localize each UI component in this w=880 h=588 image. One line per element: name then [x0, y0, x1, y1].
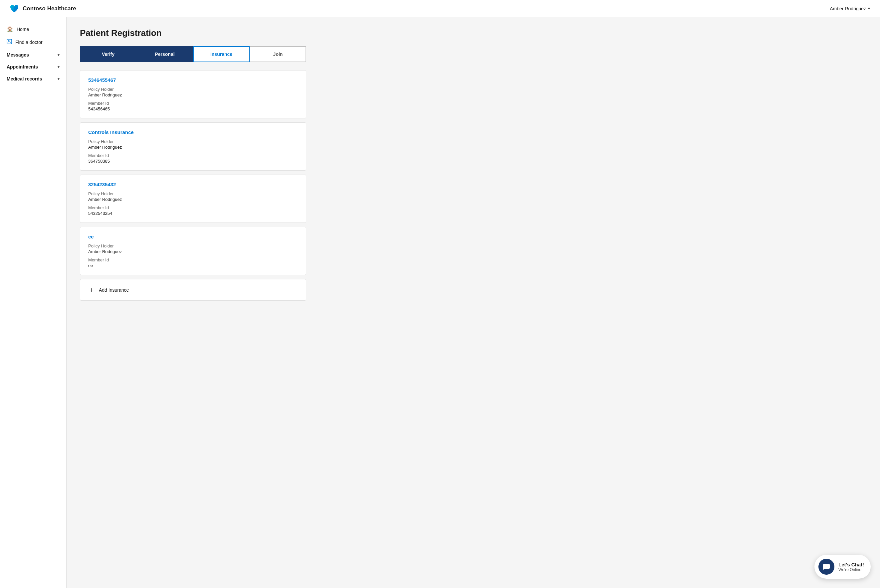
- insurance-card-4-title[interactable]: ee: [88, 234, 298, 240]
- sidebar-item-home[interactable]: 🏠 Home: [0, 22, 66, 36]
- chat-subtitle: We're Online: [838, 567, 864, 572]
- insurance-card-1: 5346455467 Policy Holder Amber Rodriguez…: [80, 70, 306, 118]
- sidebar-item-appointments-label: Appointments: [7, 64, 38, 69]
- sidebar-item-find-doctor-label: Find a doctor: [15, 40, 43, 45]
- main-layout: 🏠 Home Find a doctor Messages ▾ Appointm…: [0, 17, 880, 588]
- insurance-card-4-policy-holder-value: Amber Rodriguez: [88, 249, 298, 254]
- insurance-card-1-member-id-value: 543456465: [88, 106, 298, 111]
- insurance-card-3-member-id-value: 5432543254: [88, 211, 298, 216]
- logo-icon: [9, 4, 19, 14]
- insurance-card-2-member-id-value: 364758385: [88, 159, 298, 164]
- chat-bubble[interactable]: Let's Chat! We're Online: [814, 555, 871, 579]
- insurance-card-3-title[interactable]: 3254235432: [88, 182, 298, 187]
- messages-chevron-icon: ▾: [57, 53, 60, 57]
- insurance-card-1-policy-holder-value: Amber Rodriguez: [88, 93, 298, 98]
- user-menu[interactable]: Amber Rodriguez ▼: [830, 6, 871, 11]
- svg-point-1: [9, 40, 10, 42]
- tab-verify[interactable]: Verify: [80, 46, 137, 62]
- insurance-card-2-member-id-label: Member Id: [88, 153, 298, 158]
- sidebar-item-messages-label: Messages: [7, 52, 29, 57]
- main-content: Patient Registration Verify Personal Ins…: [66, 17, 880, 588]
- insurance-card-1-title[interactable]: 5346455467: [88, 77, 298, 83]
- plus-icon: ＋: [88, 285, 95, 294]
- sidebar-item-messages[interactable]: Messages ▾: [0, 49, 66, 61]
- insurance-card-3-policy-holder-label: Policy Holder: [88, 191, 298, 196]
- chat-icon: [818, 559, 834, 575]
- sidebar-item-find-doctor[interactable]: Find a doctor: [0, 36, 66, 49]
- tab-insurance[interactable]: Insurance: [193, 46, 250, 62]
- sidebar-item-home-label: Home: [17, 27, 29, 32]
- insurance-card-4-member-id-label: Member Id: [88, 257, 298, 262]
- insurance-card-2-title[interactable]: Controls Insurance: [88, 129, 298, 135]
- step-tabs: Verify Personal Insurance Join: [80, 46, 306, 62]
- brand: Contoso Healthcare: [9, 4, 76, 14]
- topnav: Contoso Healthcare Amber Rodriguez ▼: [0, 0, 880, 17]
- tab-personal[interactable]: Personal: [137, 46, 193, 62]
- tab-join[interactable]: Join: [250, 46, 306, 62]
- insurance-card-4-policy-holder-label: Policy Holder: [88, 243, 298, 248]
- find-doctor-icon: [7, 39, 12, 46]
- insurance-card-3-member-id-label: Member Id: [88, 205, 298, 210]
- insurance-card-4-member-id-value: ee: [88, 263, 298, 268]
- insurance-card-4: ee Policy Holder Amber Rodriguez Member …: [80, 227, 306, 275]
- insurance-card-1-member-id-label: Member Id: [88, 101, 298, 106]
- user-name: Amber Rodriguez: [830, 6, 866, 11]
- insurance-card-2-policy-holder-label: Policy Holder: [88, 139, 298, 144]
- insurance-card-3-policy-holder-value: Amber Rodriguez: [88, 197, 298, 202]
- chat-text: Let's Chat! We're Online: [838, 562, 864, 572]
- sidebar: 🏠 Home Find a doctor Messages ▾ Appointm…: [0, 17, 66, 588]
- page-title: Patient Registration: [80, 28, 867, 38]
- sidebar-item-medical-records-label: Medical records: [7, 76, 42, 81]
- user-caret-icon: ▼: [867, 7, 871, 10]
- sidebar-item-appointments[interactable]: Appointments ▾: [0, 61, 66, 73]
- medical-records-chevron-icon: ▾: [57, 77, 60, 81]
- home-icon: 🏠: [7, 26, 13, 32]
- insurance-card-1-policy-holder-label: Policy Holder: [88, 87, 298, 92]
- sidebar-item-medical-records[interactable]: Medical records ▾: [0, 73, 66, 85]
- insurance-card-2-policy-holder-value: Amber Rodriguez: [88, 145, 298, 150]
- add-insurance-button[interactable]: ＋ Add Insurance: [80, 279, 306, 301]
- chat-title: Let's Chat!: [838, 562, 864, 567]
- brand-name: Contoso Healthcare: [23, 5, 76, 12]
- insurance-cards-container: 5346455467 Policy Holder Amber Rodriguez…: [80, 70, 306, 275]
- insurance-card-3: 3254235432 Policy Holder Amber Rodriguez…: [80, 175, 306, 223]
- appointments-chevron-icon: ▾: [57, 65, 60, 69]
- add-insurance-label: Add Insurance: [99, 287, 129, 292]
- insurance-card-2: Controls Insurance Policy Holder Amber R…: [80, 122, 306, 171]
